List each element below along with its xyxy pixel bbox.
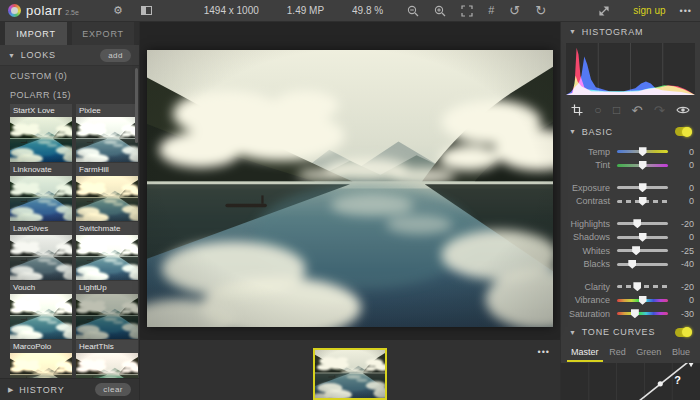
look-label: MarcoPolo: [10, 340, 72, 353]
svg-text:?: ?: [674, 373, 681, 385]
look-label: FarmHill: [76, 163, 138, 176]
slider-handle[interactable]: [639, 233, 647, 242]
slider-handle[interactable]: [639, 296, 647, 305]
looks-list: CUSTOM (0) POLARR (15) StartX Love: [0, 66, 139, 378]
look-item[interactable]: LightUp: [76, 281, 138, 339]
topbar-more-menu[interactable]: •••: [680, 6, 692, 16]
zoom-in-icon[interactable]: [434, 5, 446, 17]
looks-group-polarr[interactable]: POLARR (15): [10, 85, 139, 104]
look-item[interactable]: HeartThis: [76, 340, 138, 378]
app-version: 2.5e: [65, 9, 79, 16]
slider-handle[interactable]: [639, 183, 647, 192]
crop-icon[interactable]: [571, 104, 583, 116]
curve-channel-tabs: MasterRedGreenBlue: [561, 342, 700, 362]
image-megapixels: 1.49 MP: [287, 5, 324, 16]
slider-track[interactable]: [617, 244, 668, 257]
filmstrip-more-button[interactable]: •••: [538, 347, 550, 357]
tab-export[interactable]: EXPORT: [72, 22, 134, 45]
slider-value: 0: [668, 232, 694, 242]
slider-track[interactable]: [617, 307, 668, 320]
slider-handle[interactable]: [633, 219, 641, 228]
main-image[interactable]: [147, 50, 553, 327]
slider-track[interactable]: [617, 231, 668, 244]
slider-handle[interactable]: [632, 246, 640, 255]
look-thumbnail: [10, 235, 72, 280]
slider-value: 0: [668, 147, 694, 157]
look-item[interactable]: Linknovate: [10, 163, 72, 221]
compare-eye-icon[interactable]: [676, 105, 690, 115]
slider-label: Saturation: [567, 309, 617, 319]
looks-header-label: LOOKS: [21, 50, 56, 60]
slider-track[interactable]: [617, 280, 668, 293]
pixel-grid-icon[interactable]: #: [488, 5, 494, 16]
curve-tab-blue[interactable]: Blue: [668, 347, 694, 362]
slider-handle[interactable]: [631, 309, 639, 318]
slider-track-line: [617, 222, 668, 225]
look-item[interactable]: LawGives: [10, 222, 72, 280]
tone-curves-section-header[interactable]: ▼ TONE CURVES: [561, 323, 700, 342]
polarr-logo-icon: [8, 4, 21, 17]
settings-gear-icon[interactable]: ⚙: [113, 5, 123, 16]
slider-row: Saturation-30: [567, 307, 694, 321]
slider-track[interactable]: [617, 258, 668, 271]
filmstrip-thumbnail-selected[interactable]: [313, 348, 387, 400]
redo-icon[interactable]: ↷: [654, 104, 665, 117]
looks-scrollbar[interactable]: [135, 68, 138, 143]
rotate-ccw-icon[interactable]: ↺: [509, 4, 520, 17]
history-section-header[interactable]: ▶ HISTORY clear: [0, 378, 139, 400]
tone-curve-editor[interactable]: ?: [561, 363, 700, 400]
collapse-triangle-icon: ▼: [569, 329, 577, 336]
tone-curves-enable-toggle[interactable]: [675, 328, 692, 337]
rotate-cw-icon[interactable]: ↻: [535, 4, 546, 17]
collapse-triangle-icon: ▼: [569, 28, 577, 35]
slider-handle[interactable]: [639, 147, 647, 156]
look-item[interactable]: Pixlee: [76, 104, 138, 162]
look-item[interactable]: Switchmate: [76, 222, 138, 280]
collapse-triangle-icon: ▼: [569, 128, 577, 135]
clear-history-button[interactable]: clear: [95, 383, 131, 396]
look-label: Switchmate: [76, 222, 138, 235]
looks-section-header[interactable]: ▼ LOOKS add: [0, 45, 139, 66]
basic-enable-toggle[interactable]: [675, 127, 692, 136]
slider-track[interactable]: [617, 195, 668, 208]
app-name: polarr: [26, 3, 62, 18]
slider-row: Temp0: [567, 145, 694, 159]
look-item[interactable]: FarmHill: [76, 163, 138, 221]
curve-tab-red[interactable]: Red: [605, 347, 630, 362]
slider-value: 0: [668, 160, 694, 170]
slider-track[interactable]: [617, 294, 668, 307]
slider-track-line: [617, 249, 668, 252]
slider-track[interactable]: [617, 217, 668, 230]
slider-track[interactable]: [617, 181, 668, 194]
looks-group-custom[interactable]: CUSTOM (0): [10, 66, 139, 85]
basic-section-header[interactable]: ▼ BASIC: [561, 122, 700, 141]
look-item[interactable]: MarcoPolo: [10, 340, 72, 378]
slider-label: Whites: [567, 246, 617, 256]
undo-icon[interactable]: ↶: [631, 104, 642, 117]
slider-track[interactable]: [617, 159, 668, 172]
slider-handle[interactable]: [628, 260, 636, 269]
look-thumbnail: [10, 117, 72, 162]
slider-handle[interactable]: [639, 197, 647, 206]
zoom-out-icon[interactable]: [407, 5, 419, 17]
add-look-button[interactable]: add: [100, 49, 131, 62]
curve-tab-green[interactable]: Green: [632, 347, 665, 362]
slider-handle[interactable]: [633, 282, 641, 291]
look-item[interactable]: Vouch: [10, 281, 72, 339]
layout-toggle-icon[interactable]: [141, 6, 152, 15]
slider-track-line: [617, 285, 668, 288]
histogram-section-header[interactable]: ▼ HISTOGRAM: [561, 22, 700, 41]
slider-value: -20: [668, 282, 694, 292]
fit-screen-icon[interactable]: [461, 5, 473, 17]
history-header-label: HISTORY: [19, 385, 64, 395]
radial-filter-icon[interactable]: ○: [594, 104, 601, 116]
tab-import[interactable]: IMPORT: [5, 22, 67, 45]
slider-handle[interactable]: [639, 161, 647, 170]
slider-track[interactable]: [617, 145, 668, 158]
curve-tab-master[interactable]: Master: [567, 347, 603, 362]
sign-up-link[interactable]: sign up: [633, 5, 665, 16]
gradient-filter-icon[interactable]: □: [613, 104, 620, 116]
look-item[interactable]: StartX Love: [10, 104, 72, 162]
fullscreen-expand-icon[interactable]: [598, 5, 610, 17]
histogram-header-label: HISTOGRAM: [582, 27, 644, 37]
